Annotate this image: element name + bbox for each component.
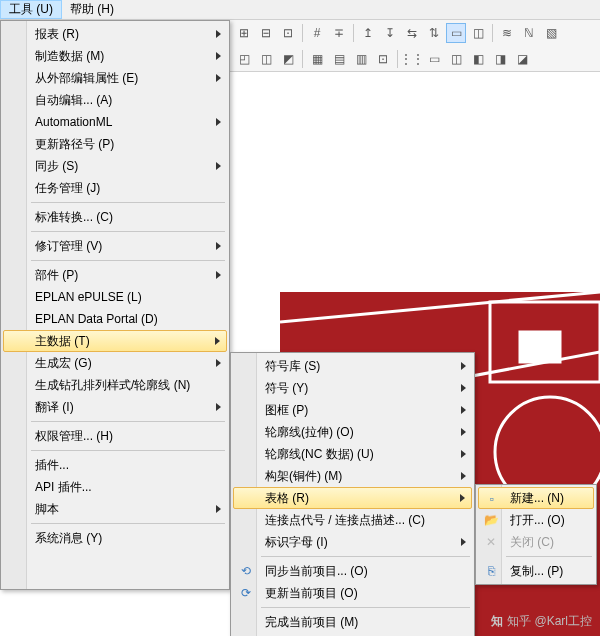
- menu-separator: [31, 260, 225, 261]
- toolbar-sep: [353, 24, 354, 42]
- menu-copy[interactable]: ⎘复制... (P): [478, 560, 594, 582]
- menu-frame-copper[interactable]: 构架(铜件) (M): [233, 465, 472, 487]
- menu-sys-msgs[interactable]: 系统消息 (Y): [3, 527, 227, 549]
- toolbar-icon[interactable]: ◫: [468, 23, 488, 43]
- toolbar-icon[interactable]: #: [307, 23, 327, 43]
- menu-outline-nc[interactable]: 轮廓线(NC 数据) (U): [233, 443, 472, 465]
- toolbar-icon[interactable]: ∓: [329, 23, 349, 43]
- menu-label: 自动编辑... (A): [35, 92, 112, 109]
- toolbar-icon[interactable]: ▧: [541, 23, 561, 43]
- menu-label: 任务管理 (J): [35, 180, 100, 197]
- toolbar-icon[interactable]: ⊞: [234, 23, 254, 43]
- menu-std-conv[interactable]: 标准转换... (C): [3, 206, 227, 228]
- menu-separator: [506, 556, 592, 557]
- toolbar-icon[interactable]: ▭: [424, 49, 444, 69]
- menubar-tools[interactable]: 工具 (U): [0, 0, 62, 19]
- menu-rights[interactable]: 权限管理... (H): [3, 425, 227, 447]
- toolbar-icon[interactable]: ⊟: [256, 23, 276, 43]
- menu-label: 从外部编辑属性 (E): [35, 70, 138, 87]
- toolbar-icon[interactable]: ℕ: [519, 23, 539, 43]
- toolbar-icon[interactable]: ◩: [278, 49, 298, 69]
- menu-label: 同步 (S): [35, 158, 78, 175]
- submenu-arrow-icon: [461, 472, 466, 480]
- toolbar-icon[interactable]: ◨: [490, 49, 510, 69]
- menu-addins[interactable]: 插件...: [3, 454, 227, 476]
- menu-sync[interactable]: 同步 (S): [3, 155, 227, 177]
- menu-master-data[interactable]: 主数据 (T): [3, 330, 227, 352]
- toolbar-icon[interactable]: ⇆: [402, 23, 422, 43]
- toolbar-icon[interactable]: ≋: [497, 23, 517, 43]
- toolbar-icon[interactable]: ⊡: [373, 49, 393, 69]
- submenu-arrow-icon: [216, 242, 221, 250]
- menu-separator: [31, 231, 225, 232]
- menu-gen-macro[interactable]: 生成宏 (G): [3, 352, 227, 374]
- menu-sync-cur[interactable]: ⟲同步当前项目... (O): [233, 560, 472, 582]
- menu-label: AutomationML: [35, 115, 112, 129]
- menu-label: 部件 (P): [35, 267, 78, 284]
- submenu-arrow-icon: [216, 52, 221, 60]
- forms-menu: ▫新建... (N) 📂打开... (O) ✕关闭 (C) ⎘复制... (P): [475, 484, 597, 585]
- menu-complete-cur[interactable]: 完成当前项目 (M): [233, 611, 472, 633]
- menu-portal[interactable]: EPLAN Data Portal (D): [3, 308, 227, 330]
- menu-symlib[interactable]: 符号库 (S): [233, 355, 472, 377]
- submenu-arrow-icon: [216, 359, 221, 367]
- menu-separator: [31, 202, 225, 203]
- menu-outline-stretch[interactable]: 轮廓线(拉伸) (O): [233, 421, 472, 443]
- menu-label: 符号 (Y): [265, 380, 308, 397]
- menu-label: 标识字母 (I): [265, 534, 328, 551]
- toolbar-icon[interactable]: ◪: [512, 49, 532, 69]
- menu-api-addins[interactable]: API 插件...: [3, 476, 227, 498]
- menu-forms[interactable]: 表格 (R): [233, 487, 472, 509]
- menu-ident[interactable]: 标识字母 (I): [233, 531, 472, 553]
- menu-label: EPLAN Data Portal (D): [35, 312, 158, 326]
- toolbar-icon[interactable]: ⇅: [424, 23, 444, 43]
- toolbar: ⊞ ⊟ ⊡ # ∓ ↥ ↧ ⇆ ⇅ ▭ ◫ ≋ ℕ ▧ ◰ ◫ ◩ ▦ ▤ ▥ …: [230, 20, 600, 72]
- toolbar-icon[interactable]: ▦: [307, 49, 327, 69]
- menu-ext-edit[interactable]: 从外部编辑属性 (E): [3, 67, 227, 89]
- toolbar-icon[interactable]: ▤: [329, 49, 349, 69]
- toolbar-icon[interactable]: ▥: [351, 49, 371, 69]
- open-folder-icon: 📂: [483, 512, 499, 528]
- svg-rect-4: [520, 332, 560, 362]
- menu-update-cur[interactable]: ⟳更新当前项目 (O): [233, 582, 472, 604]
- menu-update-path[interactable]: 更新路径号 (P): [3, 133, 227, 155]
- toolbar-sep: [302, 50, 303, 68]
- menu-task-mgr[interactable]: 任务管理 (J): [3, 177, 227, 199]
- menu-open[interactable]: 📂打开... (O): [478, 509, 594, 531]
- toolbar-icon[interactable]: ↧: [380, 23, 400, 43]
- menu-auto-edit[interactable]: 自动编辑... (A): [3, 89, 227, 111]
- menu-label: 修订管理 (V): [35, 238, 102, 255]
- toolbar-icon[interactable]: ⋮⋮: [402, 49, 422, 69]
- menu-frame[interactable]: 图框 (P): [233, 399, 472, 421]
- submenu-arrow-icon: [461, 538, 466, 546]
- toolbar-icon[interactable]: ◰: [234, 49, 254, 69]
- submenu-arrow-icon: [216, 30, 221, 38]
- menu-revision[interactable]: 修订管理 (V): [3, 235, 227, 257]
- menu-symbol[interactable]: 符号 (Y): [233, 377, 472, 399]
- toolbar-icon[interactable]: ◫: [446, 49, 466, 69]
- menubar-help[interactable]: 帮助 (H): [62, 0, 122, 19]
- submenu-arrow-icon: [461, 362, 466, 370]
- menu-label: 连接点代号 / 连接点描述... (C): [265, 512, 425, 529]
- menu-reports[interactable]: 报表 (R): [3, 23, 227, 45]
- menu-scripts[interactable]: 脚本: [3, 498, 227, 520]
- toolbar-icon[interactable]: ◧: [468, 49, 488, 69]
- toolbar-icon[interactable]: ▭: [446, 23, 466, 43]
- menubar: 工具 (U) 帮助 (H): [0, 0, 600, 20]
- menu-automationml[interactable]: AutomationML: [3, 111, 227, 133]
- master-data-menu: 符号库 (S) 符号 (Y) 图框 (P) 轮廓线(拉伸) (O) 轮廓线(NC…: [230, 352, 475, 636]
- toolbar-icon[interactable]: ◫: [256, 49, 276, 69]
- menu-conn-pts[interactable]: 连接点代号 / 连接点描述... (C): [233, 509, 472, 531]
- menu-translate[interactable]: 翻译 (I): [3, 396, 227, 418]
- menu-epulse[interactable]: EPLAN ePULSE (L): [3, 286, 227, 308]
- menu-gen-drill[interactable]: 生成钻孔排列样式/轮廓线 (N): [3, 374, 227, 396]
- toolbar-row-2: ◰ ◫ ◩ ▦ ▤ ▥ ⊡ ⋮⋮ ▭ ◫ ◧ ◨ ◪: [230, 46, 600, 72]
- toolbar-icon[interactable]: ↥: [358, 23, 378, 43]
- menu-label: 图框 (P): [265, 402, 308, 419]
- menu-new[interactable]: ▫新建... (N): [478, 487, 594, 509]
- toolbar-icon[interactable]: ⊡: [278, 23, 298, 43]
- toolbar-sep: [397, 50, 398, 68]
- menu-mfg[interactable]: 制造数据 (M): [3, 45, 227, 67]
- menu-parts[interactable]: 部件 (P): [3, 264, 227, 286]
- menu-separator: [261, 607, 470, 608]
